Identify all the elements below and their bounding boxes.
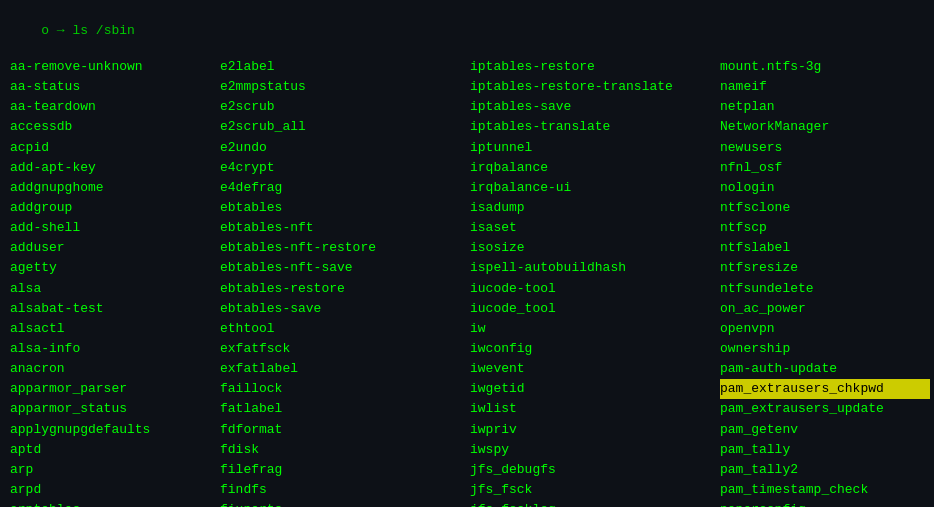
list-item: jfs_fsck — [470, 480, 720, 500]
list-item: fdformat — [220, 420, 470, 440]
list-item: aa-remove-unknown — [10, 57, 220, 77]
list-item: nologin — [720, 178, 930, 198]
list-item: pam_getenv — [720, 420, 930, 440]
list-item: anacron — [10, 359, 220, 379]
list-item: isadump — [470, 198, 720, 218]
list-item: aa-status — [10, 77, 220, 97]
list-item: ethtool — [220, 319, 470, 339]
list-item: iptables-save — [470, 97, 720, 117]
column-1: e2labele2mmpstatuse2scrube2scrub_alle2un… — [220, 57, 470, 507]
list-item: ntfsclone — [720, 198, 930, 218]
list-item: ebtables-restore — [220, 279, 470, 299]
list-item: ntfsresize — [720, 258, 930, 278]
list-item: nameif — [720, 77, 930, 97]
list-item: alsa-info — [10, 339, 220, 359]
list-item: fatlabel — [220, 399, 470, 419]
column-0: aa-remove-unknownaa-statusaa-teardownacc… — [10, 57, 220, 507]
list-item: alsa — [10, 279, 220, 299]
list-item: ntfscp — [720, 218, 930, 238]
list-item: jfs_fscklog — [470, 500, 720, 507]
list-item: pam_tally — [720, 440, 930, 460]
list-item: ntfsundelete — [720, 279, 930, 299]
list-item: iwconfig — [470, 339, 720, 359]
list-item: e2scrub — [220, 97, 470, 117]
list-item: aa-teardown — [10, 97, 220, 117]
list-item: pam_extrausers_chkpwd — [720, 379, 930, 399]
list-item: iwlist — [470, 399, 720, 419]
list-item: iptables-translate — [470, 117, 720, 137]
list-item: pam_tally2 — [720, 460, 930, 480]
list-item: arpd — [10, 480, 220, 500]
list-item: iwspy — [470, 440, 720, 460]
list-item: iucode_tool — [470, 299, 720, 319]
list-item: add-apt-key — [10, 158, 220, 178]
list-item: paperconfig — [720, 500, 930, 507]
list-item: iwevent — [470, 359, 720, 379]
list-item: e4defrag — [220, 178, 470, 198]
list-item: newusers — [720, 138, 930, 158]
list-item: adduser — [10, 238, 220, 258]
list-item: addgnupghome — [10, 178, 220, 198]
list-item: ebtables-nft-save — [220, 258, 470, 278]
list-item: fdisk — [220, 440, 470, 460]
list-item: iptables-restore — [470, 57, 720, 77]
file-list: aa-remove-unknownaa-statusaa-teardownacc… — [10, 57, 924, 507]
list-item: on_ac_power — [720, 299, 930, 319]
list-item: pam_extrausers_update — [720, 399, 930, 419]
prompt-text: o → ls /sbin — [41, 23, 135, 38]
list-item: agetty — [10, 258, 220, 278]
list-item: aptd — [10, 440, 220, 460]
list-item: ebtables — [220, 198, 470, 218]
list-item: ebtables-nft-restore — [220, 238, 470, 258]
column-3: mount.ntfs-3gnameifnetplanNetworkManager… — [720, 57, 930, 507]
list-item: e4crypt — [220, 158, 470, 178]
list-item: ebtables-nft — [220, 218, 470, 238]
list-item: findfs — [220, 480, 470, 500]
list-item: nfnl_osf — [720, 158, 930, 178]
list-item: iwpriv — [470, 420, 720, 440]
list-item: exfatfsck — [220, 339, 470, 359]
list-item: add-shell — [10, 218, 220, 238]
list-item: netplan — [720, 97, 930, 117]
column-2: iptables-restoreiptables-restore-transla… — [470, 57, 720, 507]
list-item: openvpn — [720, 319, 930, 339]
list-item: e2label — [220, 57, 470, 77]
list-item: jfs_debugfs — [470, 460, 720, 480]
list-item: iwgetid — [470, 379, 720, 399]
list-item: arp — [10, 460, 220, 480]
list-item: ispell-autobuildhash — [470, 258, 720, 278]
list-item: pam_timestamp_check — [720, 480, 930, 500]
list-item: arptables — [10, 500, 220, 507]
list-item: e2scrub_all — [220, 117, 470, 137]
list-item: irqbalance — [470, 158, 720, 178]
terminal: o → ls /sbin aa-remove-unknownaa-statusa… — [0, 0, 934, 507]
list-item: applygnupgdefaults — [10, 420, 220, 440]
list-item: fixparts — [220, 500, 470, 507]
list-item: ebtables-save — [220, 299, 470, 319]
list-item: pam-auth-update — [720, 359, 930, 379]
list-item: apparmor_parser — [10, 379, 220, 399]
list-item: e2mmpstatus — [220, 77, 470, 97]
list-item: ownership — [720, 339, 930, 359]
list-item: iw — [470, 319, 720, 339]
list-item: irqbalance-ui — [470, 178, 720, 198]
list-item: accessdb — [10, 117, 220, 137]
list-item: faillock — [220, 379, 470, 399]
list-item: alsactl — [10, 319, 220, 339]
list-item: iptables-restore-translate — [470, 77, 720, 97]
prompt-line: o → ls /sbin — [10, 8, 924, 53]
list-item: iucode-tool — [470, 279, 720, 299]
list-item: apparmor_status — [10, 399, 220, 419]
list-item: iptunnel — [470, 138, 720, 158]
list-item: filefrag — [220, 460, 470, 480]
list-item: exfatlabel — [220, 359, 470, 379]
list-item: isosize — [470, 238, 720, 258]
list-item: isaset — [470, 218, 720, 238]
list-item: e2undo — [220, 138, 470, 158]
list-item: ntfslabel — [720, 238, 930, 258]
list-item: acpid — [10, 138, 220, 158]
list-item: NetworkManager — [720, 117, 930, 137]
list-item: mount.ntfs-3g — [720, 57, 930, 77]
list-item: alsabat-test — [10, 299, 220, 319]
list-item: addgroup — [10, 198, 220, 218]
